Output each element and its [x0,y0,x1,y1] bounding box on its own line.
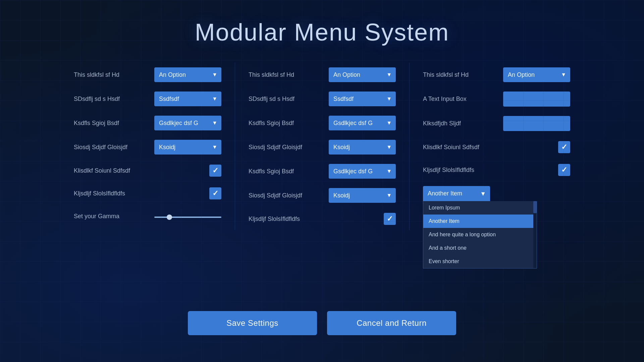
col3-open-dropdown-btn[interactable]: Another Item ▼ [423,186,490,201]
save-button[interactable]: Save Settings [188,311,317,335]
col3-row3: Klksdfjdh Sljdf [423,111,570,136]
col2-row2-label: SDsdflj sd s Hsdf [249,96,329,103]
col3-list-items: Lorem Ipsum Another Item And here quite … [423,201,533,268]
col1-row5-checkbox[interactable]: ✓ [209,165,221,177]
page-title: Modular Menu System [0,0,644,63]
checkmark-icon: ✓ [212,189,218,198]
col1-row2: SDsdflj sd s Hsdf Ssdfsdf Option B ▼ [74,87,221,111]
col2-row7-label: Kljsdljf SlolsIfldfldfs [249,216,384,223]
chevron-down-icon: ▼ [480,190,486,197]
col3-row3-control [503,116,570,131]
col1-row2-dropdown[interactable]: Ssdfsdf Option B [154,92,221,106]
col3-row1: This sldkfsl sf Hd An Option Option B ▼ [423,63,570,87]
col1-row4-label: Siosdj Sdjdf Gloisjdf [74,144,154,151]
checkmark-icon: ✓ [561,166,567,174]
bottom-bar: Save Settings Cancel and Return [188,311,456,335]
text-input-1[interactable] [503,92,570,107]
col1-row2-label: SDsdflj sd s Hsdf [74,96,154,103]
checkmark-icon: ✓ [561,143,567,152]
list-item-long-option[interactable]: And here quite a long option [423,228,533,241]
col1-row1-control: An Option Option B Option C ▼ [154,67,221,82]
col1-row7: Set your Gamma [74,205,221,228]
col3-row5: Kljsdljf SlolsIfldfldfs ✓ [423,159,570,181]
col1-row3-dropdown[interactable]: Gsdlkjec dsf G Option B [154,116,221,130]
col1-row4-control: Ksoidj Option B ▼ [154,140,221,155]
col2-row6-control: Ksoidj Option B ▼ [329,188,396,203]
col3-row5-checkbox[interactable]: ✓ [558,164,570,176]
col2-row1-label: This sldkfsl sf Hd [249,71,329,78]
col1-row3-label: Ksdfls Sgioj Bsdf [74,120,154,127]
col2-row4-control: Ksoidj Option B ▼ [329,140,396,155]
col1-row7-label: Set your Gamma [74,213,154,220]
col3-row4-label: Klisdlkf Soiunl Sdfsdf [423,144,558,151]
column-1: This sldkfsl sf Hd An Option Option B Op… [60,63,235,230]
col1-row6: Kljsdljf SlolsIfldfldfs ✓ [74,182,221,205]
list-item-short-one[interactable]: And a short one [423,241,533,255]
col2-row5-dropdown[interactable]: Gsdlkjec dsf G Option B [329,164,396,179]
checkmark-icon: ✓ [387,215,393,223]
col3-row1-control: An Option Option B ▼ [503,67,570,82]
col2-row7-checkbox[interactable]: ✓ [384,213,396,225]
col2-row2-dropdown[interactable]: Ssdfsdf Option B [329,92,396,106]
col2-row5-label: Ksdfls Sgioj Bsdf [249,168,329,175]
col3-row3-label: Klksdfjdh Sljdf [423,120,503,127]
col2-row3: Ksdfls Sgioj Bsdf Gsdlkjec dsf G Option … [249,111,396,135]
col1-row2-control: Ssdfsdf Option B ▼ [154,92,221,106]
col3-dropdown-list: Lorem Ipsum Another Item And here quite … [423,201,537,268]
col1-row3-control: Gsdlkjec dsf G Option B ▼ [154,116,221,130]
scrollbar-track [533,201,537,268]
col2-row1-dropdown[interactable]: An Option Option B [329,67,396,82]
col1-row4-dropdown[interactable]: Ksoidj Option B [154,140,221,155]
col2-row5: Ksdfls Sgioj Bsdf Gsdlkjec dsf G Option … [249,159,396,183]
col2-row1: This sldkfsl sf Hd An Option Option B ▼ [249,63,396,87]
col2-row3-dropdown[interactable]: Gsdlkjec dsf G Option B [329,116,396,130]
col1-row5-label: Klisdlkf Soiunl Sdfsdf [74,167,209,174]
column-3: This sldkfsl sf Hd An Option Option B ▼ … [409,63,584,230]
col2-row4-label: Siosdj Sdjdf Gloisjdf [249,144,329,151]
col1-row7-slider-wrap [154,213,221,219]
list-item-lorem-ipsum[interactable]: Lorem Ipsum [423,201,533,215]
cancel-button[interactable]: Cancel and Return [327,311,456,335]
col2-row2-control: Ssdfsdf Option B ▼ [329,92,396,106]
col2-row6-dropdown[interactable]: Ksoidj Option B [329,188,396,203]
col1-row4: Siosdj Sdjdf Gloisjdf Ksoidj Option B ▼ [74,135,221,159]
col2-row4: Siosdj Sdjdf Gloisjdf Ksoidj Option B ▼ [249,135,396,159]
col3-row5-label: Kljsdljf SlolsIfldfldfs [423,167,558,174]
columns-wrapper: This sldkfsl sf Hd An Option Option B Op… [0,63,644,230]
text-input-2[interactable] [503,116,570,131]
col2-row4-dropdown[interactable]: Ksoidj Option B [329,140,396,155]
col1-row6-label: Kljsdljf SlolsIfldfldfs [74,190,209,197]
gamma-slider[interactable] [154,217,221,218]
col1-row1-label: This sldkfsl sf Hd [74,71,154,78]
col2-row6-label: Siosdj Sdjdf Gloisjdf [249,192,329,199]
col3-row1-label: This sldkfsl sf Hd [423,71,503,78]
column-2: This sldkfsl sf Hd An Option Option B ▼ … [235,63,409,230]
col2-row5-control: Gsdlkjec dsf G Option B ▼ [329,164,396,179]
col1-row1-dropdown[interactable]: An Option Option B Option C [154,67,221,82]
col2-row1-control: An Option Option B ▼ [329,67,396,82]
col2-row3-control: Gsdlkjec dsf G Option B ▼ [329,116,396,130]
col3-row2: A Text Input Box [423,87,570,111]
col1-row5: Klisdlkf Soiunl Sdfsdf ✓ [74,159,221,182]
col2-row3-label: Ksdfls Sgioj Bsdf [249,120,329,127]
col3-row6: Another Item ▼ Lorem Ipsum Another Item … [423,181,570,206]
list-item-another-item[interactable]: Another Item [423,215,533,228]
list-item-even-shorter[interactable]: Even shorter [423,255,533,268]
col3-row4-checkbox[interactable]: ✓ [558,141,570,153]
checkmark-icon: ✓ [212,166,218,175]
col3-open-dropdown: Another Item ▼ Lorem Ipsum Another Item … [423,186,547,201]
col2-row7: Kljsdljf SlolsIfldfldfs ✓ [249,207,396,230]
col3-row1-dropdown[interactable]: An Option Option B [503,67,570,82]
scrollbar-thumb [533,201,537,213]
col1-row6-checkbox[interactable]: ✓ [209,187,221,199]
col2-row2: SDsdflj sd s Hsdf Ssdfsdf Option B ▼ [249,87,396,111]
col1-row3: Ksdfls Sgioj Bsdf Gsdlkjec dsf G Option … [74,111,221,135]
col3-row2-label: A Text Input Box [423,96,503,103]
col3-row4: Klisdlkf Soiunl Sdfsdf ✓ [423,136,570,159]
col2-row6: Siosdj Sdjdf Gloisjdf Ksoidj Option B ▼ [249,183,396,207]
col3-row2-control [503,92,570,107]
col1-row1: This sldkfsl sf Hd An Option Option B Op… [74,63,221,87]
col3-open-dropdown-value: Another Item [428,190,462,197]
